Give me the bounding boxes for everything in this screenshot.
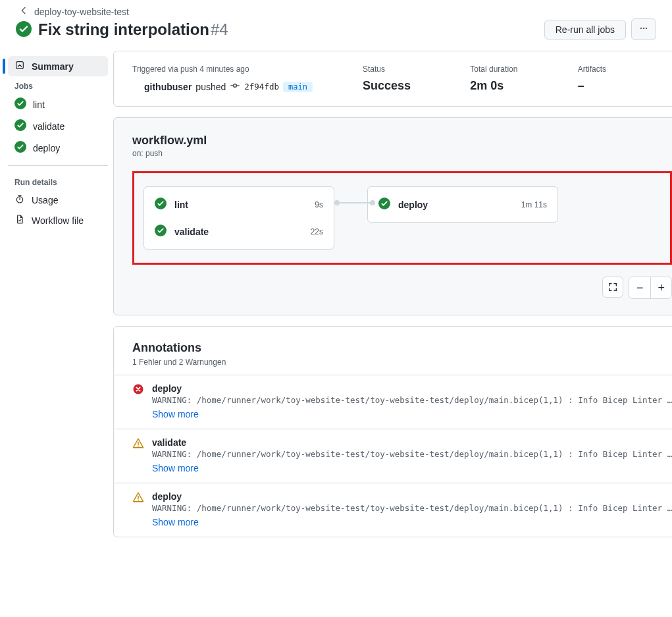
check-icon xyxy=(14,97,26,111)
run-number: #4 xyxy=(211,20,228,38)
artifacts-label: Artifacts xyxy=(578,65,672,74)
job-duration: 22s xyxy=(311,227,323,236)
stopwatch-icon xyxy=(14,194,25,206)
check-icon xyxy=(378,198,390,211)
highlighted-graph-region: lint 9s validate 22s deploy xyxy=(132,171,672,265)
sidebar-item-validate[interactable]: validate xyxy=(8,115,108,137)
summary-card: Triggered via push 4 minutes ago githubu… xyxy=(113,51,672,107)
sidebar-item-summary[interactable]: Summary xyxy=(8,56,108,76)
warning-icon xyxy=(132,491,144,527)
artifacts-value: – xyxy=(578,79,672,93)
pushed-text: pushed xyxy=(195,82,226,92)
annotation-item: deploy WARNING: /home/runner/work/toy-we… xyxy=(114,483,672,537)
annotation-job: validate xyxy=(152,437,672,448)
annotation-message: WARNING: /home/runner/work/toy-website-t… xyxy=(152,449,672,459)
show-more-link[interactable]: Show more xyxy=(152,517,199,527)
sidebar-item-label: validate xyxy=(33,121,65,132)
job-node-deploy[interactable]: deploy 1m 11s xyxy=(368,191,557,218)
check-icon xyxy=(155,198,167,211)
annotation-item: deploy WARNING: /home/runner/work/toy-we… xyxy=(114,375,672,429)
sidebar-item-usage[interactable]: Usage xyxy=(8,190,108,210)
duration-label: Total duration xyxy=(470,65,564,74)
summary-icon xyxy=(14,60,25,72)
job-duration: 1m 11s xyxy=(521,200,547,209)
annotation-job: deploy xyxy=(152,383,672,394)
job-duration: 9s xyxy=(315,200,323,209)
job-name: validate xyxy=(174,227,303,237)
page-title: Fix string interpolation#4 xyxy=(38,20,228,39)
warning-icon xyxy=(132,437,144,473)
annotation-message: WARNING: /home/runner/work/toy-website-t… xyxy=(152,395,672,405)
sidebar-item-label: Workflow file xyxy=(32,215,84,226)
commit-sha[interactable]: 2f94fdb xyxy=(244,82,279,92)
fullscreen-button[interactable] xyxy=(602,277,623,298)
rerun-all-button[interactable]: Re-run all jobs xyxy=(544,20,626,40)
annotations-title: Annotations xyxy=(114,327,672,358)
trigger-label: Triggered via push 4 minutes ago xyxy=(132,65,349,74)
sidebar-item-workflow-file[interactable]: Workflow file xyxy=(8,210,108,230)
commit-icon xyxy=(230,80,240,93)
back-icon[interactable] xyxy=(18,5,29,18)
file-icon xyxy=(14,214,25,227)
show-more-link[interactable]: Show more xyxy=(152,463,199,473)
graph-connector xyxy=(336,202,374,203)
show-more-link[interactable]: Show more xyxy=(152,409,199,419)
workflow-trigger: on: push xyxy=(132,149,672,158)
check-icon xyxy=(14,119,26,133)
workflow-graph-card: workflow.yml on: push lint 9s validate xyxy=(113,117,672,315)
check-icon xyxy=(14,141,26,155)
job-name: deploy xyxy=(398,200,513,210)
status-value: Success xyxy=(363,79,457,93)
check-icon xyxy=(155,225,167,238)
zoom-out-button[interactable]: − xyxy=(629,277,650,298)
annotation-job: deploy xyxy=(152,491,672,502)
sidebar-item-label: lint xyxy=(33,99,45,110)
trigger-user[interactable]: githubuser xyxy=(144,82,192,92)
job-name: lint xyxy=(174,200,307,210)
zoom-in-button[interactable]: + xyxy=(650,277,671,298)
sidebar-item-lint[interactable]: lint xyxy=(8,94,108,115)
annotation-message: WARNING: /home/runner/work/toy-website-t… xyxy=(152,503,672,513)
annotations-subtitle: 1 Fehler und 2 Warnungen xyxy=(114,358,672,375)
sidebar-heading-jobs: Jobs xyxy=(8,76,108,94)
job-stage-2: deploy 1m 11s xyxy=(367,186,558,223)
more-actions-button[interactable] xyxy=(631,18,656,40)
annotations-card: Annotations 1 Fehler und 2 Warnungen dep… xyxy=(113,326,672,537)
job-node-validate[interactable]: validate 22s xyxy=(144,218,334,245)
status-label: Status xyxy=(363,65,457,74)
sidebar-item-label: deploy xyxy=(33,143,60,153)
sidebar-item-label: Usage xyxy=(32,195,58,205)
error-icon xyxy=(132,383,144,419)
branch-chip[interactable]: main xyxy=(283,82,313,92)
job-node-lint[interactable]: lint 9s xyxy=(144,191,334,218)
status-check-icon xyxy=(16,21,32,39)
annotation-item: validate WARNING: /home/runner/work/toy-… xyxy=(114,429,672,483)
sidebar-item-label: Summary xyxy=(32,61,74,72)
sidebar-item-deploy[interactable]: deploy xyxy=(8,137,108,159)
duration-value: 2m 0s xyxy=(470,79,564,93)
sidebar-heading-run-details: Run details xyxy=(8,173,108,190)
breadcrumb[interactable]: deploy-toy-website-test xyxy=(34,7,129,17)
job-stage-1: lint 9s validate 22s xyxy=(143,186,334,250)
workflow-file-name: workflow.yml xyxy=(132,134,672,148)
